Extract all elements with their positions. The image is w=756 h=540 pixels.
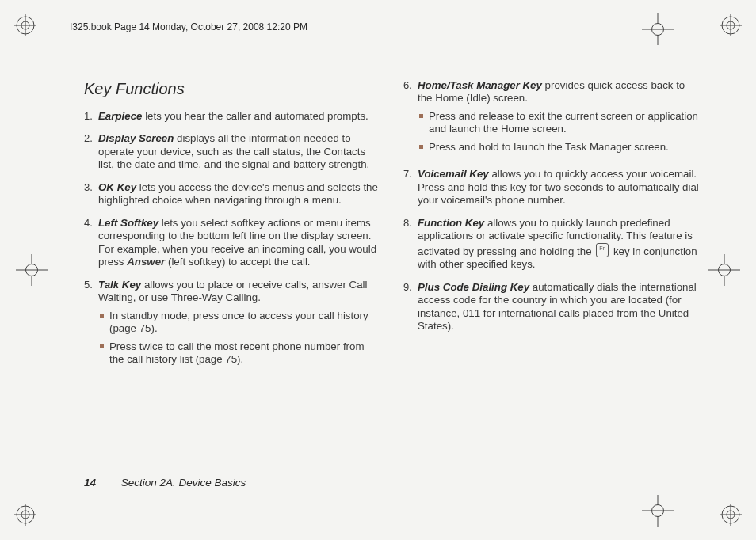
list-item: 1. Earpiece lets you hear the caller and… <box>84 110 380 132</box>
item-number: 9. <box>403 281 412 294</box>
crop-mark-icon <box>720 14 742 36</box>
crop-mark-icon <box>720 504 742 526</box>
register-cross-icon <box>708 254 740 286</box>
term: Voicemail Key <box>418 168 489 180</box>
item-number: 5. <box>84 279 93 291</box>
list-item: 6. Home/Task Manager Key provides quick … <box>403 79 699 168</box>
register-cross-icon <box>642 495 674 527</box>
page-footer: 14 Section 2A. Device Basics <box>84 477 246 489</box>
sub-list: Press and release to exit the current sc… <box>418 110 699 158</box>
list-item: 5. Talk Key allows you to place or recei… <box>84 279 380 381</box>
fn-key-icon <box>596 243 609 257</box>
term: Left Softkey <box>98 217 158 229</box>
term: Earpiece <box>98 110 142 122</box>
item-number: 6. <box>403 79 412 92</box>
list-item: 7. Voicemail Key allows you to quickly a… <box>403 168 699 216</box>
page-content: Key Functions 1. Earpiece lets you hear … <box>84 79 699 485</box>
item-text: lets you hear the caller and automated p… <box>142 110 368 122</box>
register-cross-icon <box>642 13 674 45</box>
sub-list-item: Press twice to call the most recent phon… <box>98 340 380 371</box>
section-title: Key Functions <box>84 79 380 99</box>
item-number: 2. <box>84 132 93 145</box>
term: Display Screen <box>98 132 174 144</box>
section-label: Section 2A. Device Basics <box>121 477 246 489</box>
item-number: 8. <box>403 217 412 230</box>
crop-mark-icon <box>14 504 36 526</box>
left-column: Key Functions 1. Earpiece lets you hear … <box>84 79 380 485</box>
item-text: (left softkey) to accept the call. <box>165 256 310 268</box>
page-number: 14 <box>84 477 96 489</box>
sub-list-item: In standby mode, press once to access yo… <box>98 310 380 340</box>
item-text: lets you access the device's menus and s… <box>98 181 378 206</box>
item-number: 7. <box>403 168 412 181</box>
right-column: 6. Home/Task Manager Key provides quick … <box>403 79 699 485</box>
list-item: 4. Left Softkey lets you select softkey … <box>84 217 380 279</box>
sub-list: In standby mode, press once to access yo… <box>98 310 380 371</box>
crop-mark-icon <box>14 14 36 36</box>
key-functions-list-right: 6. Home/Task Manager Key provides quick … <box>403 79 699 343</box>
list-item: 9. Plus Code Dialing Key automatically d… <box>403 281 699 343</box>
item-number: 4. <box>84 217 93 230</box>
key-functions-list-left: 1. Earpiece lets you hear the caller and… <box>84 110 380 381</box>
term: Home/Task Manager Key <box>418 79 542 91</box>
item-number: 1. <box>84 110 93 123</box>
term: Answer <box>127 256 165 268</box>
sub-list-item: Press and release to exit the current sc… <box>418 110 699 141</box>
term: Plus Code Dialing Key <box>418 281 529 293</box>
register-cross-icon <box>16 254 48 286</box>
header-stamp: I325.book Page 14 Monday, October 27, 20… <box>70 21 312 32</box>
list-item: 2. Display Screen displays all the infor… <box>84 132 380 181</box>
sub-list-item: Press and hold to launch the Task Manage… <box>418 141 699 158</box>
term: Talk Key <box>98 279 141 291</box>
list-item: 8. Function Key allows you to quickly la… <box>403 217 699 281</box>
term: OK Key <box>98 181 136 193</box>
list-item: 3. OK Key lets you access the device's m… <box>84 181 380 217</box>
item-number: 3. <box>84 181 93 194</box>
term: Function Key <box>418 217 484 229</box>
